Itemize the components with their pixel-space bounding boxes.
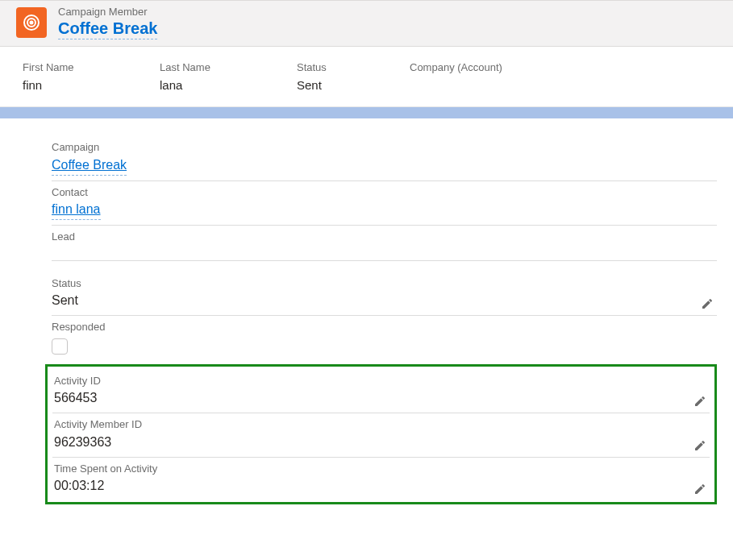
lead-label: Lead bbox=[52, 229, 717, 245]
responded-label: Responded bbox=[52, 319, 717, 335]
activity-member-id-field: Activity Member ID 96239363 bbox=[52, 413, 710, 458]
record-header: Campaign Member Coffee Break bbox=[0, 0, 733, 47]
last-name-value: lana bbox=[160, 78, 297, 92]
first-name-label: First Name bbox=[23, 61, 160, 73]
time-spent-label: Time Spent on Activity bbox=[54, 461, 710, 477]
pencil-icon[interactable] bbox=[693, 439, 706, 452]
highlighted-fields-box: Activity ID 566453 Activity Member ID 96… bbox=[45, 364, 717, 505]
responded-checkbox[interactable] bbox=[52, 338, 68, 355]
time-spent-value: 00:03:12 bbox=[54, 476, 710, 496]
separator-band bbox=[0, 107, 733, 118]
contact-label: Contact bbox=[52, 185, 717, 201]
status-detail-value: Sent bbox=[52, 291, 717, 310]
last-name-label: Last Name bbox=[160, 61, 297, 73]
responded-field: Responded bbox=[52, 316, 717, 359]
campaign-label: Campaign bbox=[52, 139, 717, 156]
status-field: Status Sent bbox=[52, 272, 717, 317]
record-title-link[interactable]: Coffee Break bbox=[58, 18, 157, 39]
highlights-panel: First Name finn Last Name lana Status Se… bbox=[0, 47, 733, 107]
company-label: Company (Account) bbox=[410, 61, 571, 73]
campaign-field: Campaign Coffee Break bbox=[52, 136, 717, 181]
svg-point-2 bbox=[31, 22, 33, 24]
activity-member-id-value: 96239363 bbox=[54, 433, 710, 452]
time-spent-field: Time Spent on Activity 00:03:12 bbox=[52, 458, 710, 501]
activity-id-field: Activity ID 566453 bbox=[52, 370, 710, 414]
status-detail-label: Status bbox=[52, 276, 717, 292]
activity-member-id-label: Activity Member ID bbox=[54, 417, 710, 433]
status-label: Status bbox=[297, 61, 410, 73]
pencil-icon[interactable] bbox=[693, 483, 706, 496]
contact-field: Contact finn lana bbox=[52, 181, 717, 226]
pencil-icon[interactable] bbox=[701, 297, 714, 310]
detail-panel: Campaign Coffee Break Contact finn lana … bbox=[0, 118, 733, 359]
record-type-label: Campaign Member bbox=[58, 6, 157, 18]
activity-id-label: Activity ID bbox=[54, 373, 710, 389]
first-name-value: finn bbox=[23, 78, 160, 92]
contact-link[interactable]: finn lana bbox=[52, 200, 101, 220]
lead-field: Lead bbox=[52, 226, 717, 250]
status-value: Sent bbox=[297, 78, 410, 92]
pencil-icon[interactable] bbox=[693, 395, 706, 408]
campaign-link[interactable]: Coffee Break bbox=[52, 156, 127, 176]
campaign-member-icon bbox=[16, 7, 47, 38]
activity-id-value: 566453 bbox=[54, 388, 710, 408]
